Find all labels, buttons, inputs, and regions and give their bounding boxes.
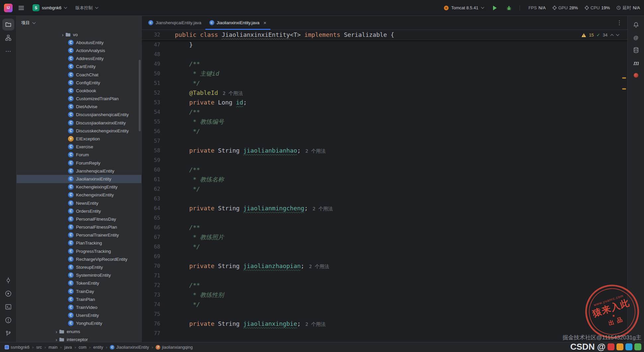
- sticky-class-declaration[interactable]: 32public class JiaolianxinxiEntity<T> im…: [142, 30, 627, 40]
- tool-project-button[interactable]: [2, 19, 14, 31]
- tab-jianshenqicaientity[interactable]: C JianshenqicaiEntity.java: [144, 16, 205, 30]
- tree-item-ProgressTracking[interactable]: CProgressTracking: [17, 247, 141, 255]
- tree-item-ForumReply[interactable]: CForumReply: [17, 159, 141, 167]
- line-number[interactable]: 48: [142, 49, 175, 59]
- run-config-selector[interactable]: Tomcat 8.5.41: [441, 3, 486, 13]
- close-tab-icon[interactable]: ×: [263, 20, 266, 26]
- line-number[interactable]: 52: [142, 88, 175, 98]
- tree-item-enums[interactable]: ›enums: [17, 327, 141, 335]
- line-number[interactable]: 71: [142, 271, 175, 280]
- project-selector[interactable]: S ssmbgnk6: [30, 3, 69, 13]
- line-number[interactable]: 73: [142, 290, 175, 300]
- debug-button[interactable]: [504, 3, 514, 13]
- tool-problems-button[interactable]: [2, 314, 14, 326]
- tool-structure-button[interactable]: [2, 32, 14, 44]
- code-line-53[interactable]: 53 private Long id;: [142, 98, 627, 107]
- tree-item-JianshenqicaiEntity[interactable]: CJianshenqicaiEntity: [17, 167, 141, 175]
- code-line-68[interactable]: 68 */: [142, 242, 627, 251]
- tree-item-AddressEntity[interactable]: CAddressEntity: [17, 55, 141, 63]
- line-number[interactable]: 65: [142, 213, 175, 223]
- line-number[interactable]: 59: [142, 155, 175, 165]
- more-tools-button[interactable]: ⋯: [2, 45, 14, 57]
- line-number[interactable]: 70: [142, 261, 175, 271]
- tree-item-StoreupEntity[interactable]: CStoreupEntity: [17, 263, 141, 271]
- tree-item-TrainPlan[interactable]: CTrainPlan: [17, 295, 141, 303]
- breadcrumb-item-jiaolianxiangqing[interactable]: fjiaolianxiangqing: [156, 345, 192, 350]
- tab-jiaolianxinxientity[interactable]: C JiaolianxinxiEntity.java ×: [205, 16, 270, 30]
- line-number[interactable]: 49: [142, 59, 175, 69]
- tree-item-PersonalFitnessDay[interactable]: CPersonalFitnessDay: [17, 215, 141, 223]
- tool-commit-button[interactable]: [2, 274, 14, 286]
- line-number[interactable]: 69: [142, 251, 175, 261]
- chevron-right-icon[interactable]: ›: [54, 337, 59, 342]
- hamburger-menu-icon[interactable]: [16, 3, 27, 13]
- code-line-55[interactable]: 55 * 教练编号: [142, 117, 627, 126]
- line-number[interactable]: 72: [142, 280, 175, 290]
- code-line-52[interactable]: 52 @TableId2 个用法: [142, 88, 627, 98]
- code-line-56[interactable]: 56 */: [142, 126, 627, 136]
- tool-git-button[interactable]: [2, 327, 14, 339]
- tree-item-DietAdvise[interactable]: CDietAdvise: [17, 103, 141, 111]
- tree-item-KechengleixingEntity[interactable]: CKechengleixingEntity: [17, 183, 141, 191]
- tree-item-Forum[interactable]: CForum: [17, 151, 141, 159]
- code-line-58[interactable]: 58 private String jiaolianbianhao;2 个用法: [142, 146, 627, 155]
- code-line-72[interactable]: 72 /**: [142, 280, 627, 290]
- code-line-47[interactable]: 47 }: [142, 40, 627, 49]
- code-line-69[interactable]: 69: [142, 251, 627, 261]
- tree-scrollbar[interactable]: [139, 60, 141, 131]
- code-line-54[interactable]: 54 /**: [142, 107, 627, 117]
- code-line-75[interactable]: 75: [142, 309, 627, 319]
- run-button[interactable]: [490, 3, 500, 13]
- tree-item-EIException[interactable]: EIException: [17, 135, 141, 143]
- tree-item-OrdersEntity[interactable]: COrdersEntity: [17, 207, 141, 215]
- line-number[interactable]: 56: [142, 126, 175, 136]
- line-number[interactable]: 66: [142, 223, 175, 232]
- line-number[interactable]: 58: [142, 146, 175, 155]
- code-line-67[interactable]: 67 * 教练照片: [142, 232, 627, 242]
- tree-item-CoachChat[interactable]: CCoachChat: [17, 71, 141, 79]
- tree-item-ActionAnalysis[interactable]: CActionAnalysis: [17, 46, 141, 54]
- tree-item-JiaolianxinxiEntity[interactable]: CJiaolianxinxiEntity: [17, 175, 141, 183]
- line-number[interactable]: 67: [142, 232, 175, 242]
- line-number[interactable]: 74: [142, 300, 175, 309]
- maven-button[interactable]: m: [630, 57, 642, 69]
- tab-options-icon[interactable]: ⋮: [611, 19, 627, 26]
- code-line-49[interactable]: 49 /**: [142, 59, 627, 69]
- tree-item-TrainVideo[interactable]: CTrainVideo: [17, 303, 141, 311]
- tree-item-CartEntity[interactable]: CCartEntity: [17, 63, 141, 71]
- tree-item-TrainDay[interactable]: CTrainDay: [17, 287, 141, 295]
- line-number[interactable]: 75: [142, 309, 175, 319]
- database-button[interactable]: [630, 44, 642, 56]
- code-line-77[interactable]: 77: [142, 328, 627, 338]
- tree-item-YonghuEntity[interactable]: CYonghuEntity: [17, 319, 141, 327]
- code-editor[interactable]: 32public class JiaolianxinxiEntity<T> im…: [142, 30, 627, 342]
- tree-item-CustomizedTrainPlan[interactable]: CCustomizedTrainPlan: [17, 95, 141, 103]
- tree-item-vo[interactable]: ›vo: [17, 31, 141, 38]
- vcs-widget[interactable]: 版本控制: [73, 3, 101, 13]
- ai-assistant-button[interactable]: @: [630, 32, 642, 43]
- breadcrumb-item-java[interactable]: java: [64, 345, 72, 350]
- code-line-76[interactable]: 76 private String jiaolianxingbie;2 个用法: [142, 319, 627, 328]
- inspections-widget[interactable]: 15 ✓ 34: [578, 32, 622, 38]
- tree-item-interceptor[interactable]: ›interceptor: [17, 335, 141, 342]
- tree-item-UsersEntity[interactable]: CUsersEntity: [17, 312, 141, 319]
- tool-run-button[interactable]: [2, 288, 14, 300]
- code-line-74[interactable]: 74 */: [142, 300, 627, 309]
- notifications-button[interactable]: [630, 19, 642, 31]
- line-number[interactable]: 55: [142, 117, 175, 126]
- line-number[interactable]: 51: [142, 78, 175, 88]
- line-number[interactable]: 64: [142, 203, 175, 213]
- tree-item-PlanTracking[interactable]: CPlanTracking: [17, 239, 141, 247]
- warning-stripe-mark[interactable]: [622, 77, 626, 79]
- tree-item-PersonalTrainerEntity[interactable]: CPersonalTrainerEntity: [17, 231, 141, 239]
- profiler-button[interactable]: [630, 69, 642, 81]
- warning-stripe-mark[interactable]: [622, 88, 626, 90]
- code-line-50[interactable]: 50 * 主键id: [142, 69, 627, 78]
- line-number[interactable]: 60: [142, 165, 175, 175]
- chevron-up-icon[interactable]: [610, 34, 614, 37]
- line-number[interactable]: 50: [142, 69, 175, 78]
- tree-item-PersonalFitnessPlan[interactable]: CPersonalFitnessPlan: [17, 223, 141, 231]
- code-line-71[interactable]: 71: [142, 271, 627, 280]
- breadcrumb-item-src[interactable]: src: [36, 345, 42, 350]
- code-line-57[interactable]: 57: [142, 136, 627, 146]
